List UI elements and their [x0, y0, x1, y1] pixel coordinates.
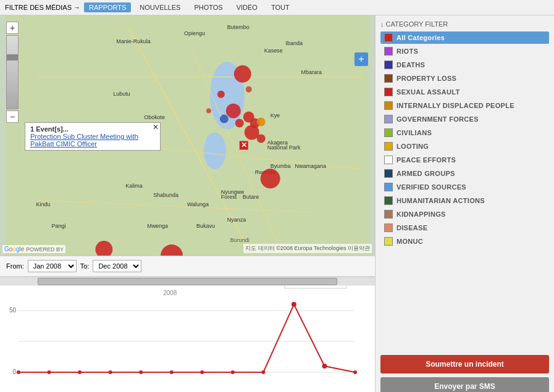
- svg-text:National Park: National Park: [267, 144, 301, 151]
- svg-point-42: [261, 169, 280, 188]
- category-humanitarian-label: HUMANITARIAN ACTIONS: [397, 197, 485, 204]
- from-date-select[interactable]: Jan 2008Feb 2008Mar 2008 Apr 2008May 200…: [28, 260, 77, 272]
- svg-point-45: [257, 118, 266, 127]
- date-range-bar: From: Jan 2008Feb 2008Mar 2008 Apr 2008M…: [0, 256, 375, 277]
- idp-color: [384, 101, 393, 110]
- svg-text:Butembo: Butembo: [227, 24, 250, 30]
- tab-tout[interactable]: TOUT: [266, 2, 295, 12]
- monuc-color: [384, 237, 393, 246]
- category-item-all[interactable]: All Categories: [380, 31, 549, 44]
- send-sms-button[interactable]: Envoyer par SMS: [380, 377, 549, 392]
- submit-incident-button[interactable]: Soumettre un incident: [380, 355, 549, 373]
- category-item-property-loss[interactable]: PROPERTY LOSS: [380, 72, 549, 85]
- category-item-deaths[interactable]: DEATHS: [380, 59, 549, 71]
- kidnappings-color: [384, 210, 393, 219]
- category-item-monuc[interactable]: MONUC: [380, 235, 549, 248]
- map-expand-button[interactable]: +: [355, 52, 368, 66]
- svg-text:Byumba: Byumba: [271, 163, 291, 169]
- category-item-sexual-assault[interactable]: SEXUAL ASSAULT: [380, 86, 549, 98]
- peace-color: [384, 156, 393, 164]
- zoom-in-button[interactable]: +: [6, 22, 19, 34]
- category-verified-sources-label: VERIFIED SOURCES: [397, 183, 466, 191]
- to-date-select[interactable]: Jan 2008Feb 2008Mar 2008 Apr 2008May 200…: [93, 260, 141, 272]
- svg-text:Manie-Rukula: Manie-Rukula: [116, 38, 150, 44]
- tab-photos[interactable]: PHOTOS: [189, 2, 227, 12]
- property-loss-color: [384, 74, 393, 83]
- category-kidnappings-label: KIDNAPPINGS: [397, 211, 446, 218]
- svg-text:Shabunda: Shabunda: [153, 192, 178, 198]
- svg-text:Opiengu: Opiengu: [184, 30, 205, 36]
- category-item-civilians[interactable]: CIVILIANS: [380, 127, 549, 139]
- google-logo: Google POWERED BY: [2, 245, 65, 253]
- action-buttons: Soumettre un incident Envoyer par SMS: [380, 355, 549, 392]
- category-item-kidnappings[interactable]: KIDNAPPINGS: [380, 208, 549, 220]
- svg-text:Nyanza: Nyanza: [227, 217, 246, 223]
- chart-container: [0, 285, 375, 365]
- category-filter-title: ↓ CATEGORY FILTER: [380, 20, 549, 28]
- category-peace-label: PEACE EFFORTS: [397, 156, 456, 164]
- category-item-gov-forces[interactable]: GOVERNMENT FORCES: [380, 113, 549, 125]
- category-all-label: All Categories: [397, 34, 445, 41]
- humanitarian-color: [384, 196, 393, 205]
- svg-text:Ibanda: Ibanda: [286, 40, 303, 46]
- category-item-looting[interactable]: LOOTING: [380, 140, 549, 152]
- category-item-humanitarian[interactable]: HUMANITARIAN ACTIONS: [380, 194, 549, 207]
- all-categories-color: [384, 33, 393, 42]
- category-looting-label: LOOTING: [397, 143, 429, 150]
- tab-video[interactable]: VIDÉO: [232, 2, 262, 12]
- svg-point-34: [234, 65, 251, 83]
- left-panel: Manie-Rukula Opiengu Butembo Kasese Iban…: [0, 15, 375, 392]
- svg-text:Lubutu: Lubutu: [113, 91, 130, 97]
- svg-text:Butare: Butare: [243, 194, 259, 200]
- timeline-scrollbar[interactable]: [0, 277, 375, 285]
- svg-text:Kasese: Kasese: [264, 48, 283, 54]
- svg-point-41: [217, 91, 225, 98]
- riots-color: [384, 47, 393, 56]
- svg-text:Nwamagana: Nwamagana: [295, 163, 326, 169]
- category-idp-label: INTERNALLY DISPLACED PEOPLE: [397, 102, 514, 109]
- category-item-riots[interactable]: RIOTS: [380, 45, 549, 57]
- category-item-peace[interactable]: PEACE EFFORTS: [380, 154, 549, 166]
- armed-groups-color: [384, 169, 393, 178]
- gov-forces-color: [384, 115, 393, 123]
- zoom-out-button[interactable]: −: [6, 111, 19, 123]
- category-riots-label: RIOTS: [397, 48, 418, 55]
- category-item-idp[interactable]: INTERNALLY DISPLACED PEOPLE: [380, 99, 549, 112]
- event-popup-close-button[interactable]: ✕: [153, 123, 159, 131]
- right-panel: ↓ CATEGORY FILTER All Categories RIOTS D…: [375, 15, 554, 392]
- svg-text:Burundi: Burundi: [230, 237, 250, 243]
- civilians-color: [384, 128, 393, 137]
- svg-point-46: [220, 115, 229, 123]
- svg-point-35: [226, 104, 241, 119]
- looting-color: [384, 142, 393, 151]
- category-deaths-label: DEATHS: [397, 61, 425, 69]
- svg-text:Pangi: Pangi: [52, 223, 66, 229]
- event-popup-title: 1 Event[s]...: [30, 125, 155, 133]
- map-area[interactable]: Manie-Rukula Opiengu Butembo Kasese Iban…: [0, 15, 375, 256]
- svg-text:✕: ✕: [241, 141, 247, 149]
- svg-text:Walunga: Walunga: [187, 201, 209, 207]
- category-item-armed-groups[interactable]: ARMED GROUPS: [380, 167, 549, 180]
- svg-text:Obokote: Obokote: [144, 114, 165, 120]
- category-gov-forces-label: GOVERNMENT FORCES: [397, 115, 479, 123]
- category-armed-groups-label: ARMED GROUPS: [397, 170, 455, 177]
- scrollbar-thumb[interactable]: [38, 278, 338, 285]
- from-label: From:: [6, 262, 24, 270]
- to-label: To:: [80, 262, 90, 270]
- svg-point-49: [206, 109, 211, 114]
- svg-text:Mwenga: Mwenga: [147, 223, 168, 229]
- svg-point-50: [246, 86, 252, 93]
- event-popup-link[interactable]: Protection Sub Cluster Meeting with PakB…: [30, 133, 155, 148]
- verified-sources-color: [384, 183, 393, 191]
- deaths-color: [384, 60, 393, 69]
- tab-nouvelles[interactable]: NOUVELLES: [135, 2, 185, 12]
- tab-rapports[interactable]: RAPPORTS: [84, 2, 131, 12]
- category-item-verified-sources[interactable]: VERIFIED SOURCES: [380, 181, 549, 193]
- category-civilians-label: CIVILIANS: [397, 129, 432, 136]
- zoom-slider[interactable]: [6, 35, 19, 109]
- disease-color: [384, 223, 393, 232]
- category-disease-label: DISEASE: [397, 224, 427, 231]
- filter-bar: FILTRE DES MÉDIAS → RAPPORTS NOUVELLES P…: [0, 0, 554, 15]
- category-list: All Categories RIOTS DEATHS PROPERTY LOS…: [380, 31, 549, 349]
- category-item-disease[interactable]: DISEASE: [380, 222, 549, 234]
